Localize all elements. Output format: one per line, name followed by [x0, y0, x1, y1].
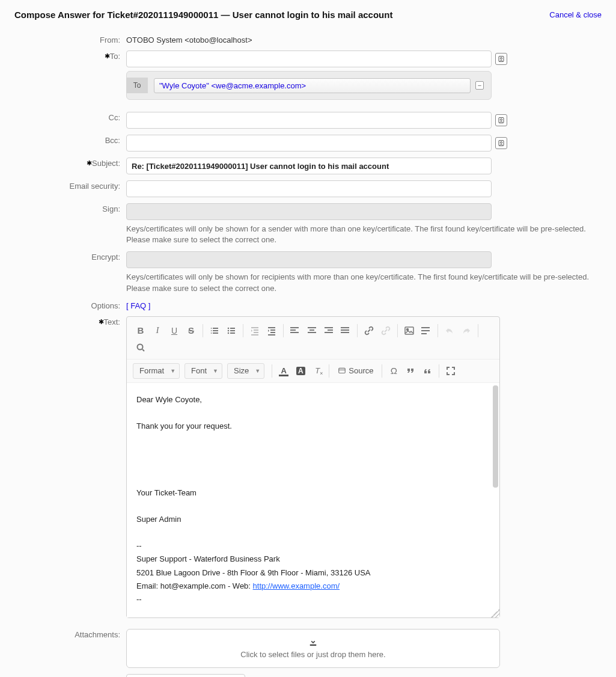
image-icon[interactable]	[401, 323, 417, 338]
svg-rect-28	[421, 333, 427, 334]
ol-icon[interactable]	[207, 323, 222, 338]
align-center-icon[interactable]	[304, 323, 320, 338]
page-title: Compose Answer for Ticket#20201119490000…	[14, 10, 392, 20]
svg-rect-16	[310, 329, 314, 331]
faq-link[interactable]: [ FAQ ]	[126, 301, 150, 310]
encrypt-input	[126, 251, 492, 268]
subject-label: ✱Subject:	[12, 155, 126, 168]
format-combo[interactable]: Format▼	[133, 363, 180, 379]
to-chip-remove-icon[interactable]: −	[475, 81, 484, 90]
attachment-hint: Click to select files or just drop them …	[133, 650, 493, 659]
editor-body[interactable]: Dear Wyle Coyote, Thank you for your req…	[127, 382, 499, 617]
nextstate-label: Next ticket state:	[12, 672, 126, 677]
body-sig2: 5201 Blue Lagoon Drive - 8th Floor & 9th…	[136, 567, 490, 579]
from-label: From:	[12, 32, 126, 44]
quote-right-icon[interactable]	[419, 363, 435, 379]
bcc-label: Bcc:	[12, 132, 126, 145]
options-label: Options:	[12, 298, 126, 310]
source-button[interactable]: Source	[333, 363, 378, 379]
body-team: Your Ticket-Team	[136, 487, 490, 499]
cc-input[interactable]	[126, 112, 492, 129]
bcc-input[interactable]	[126, 135, 492, 152]
svg-rect-18	[325, 327, 333, 328]
cc-label: Cc:	[12, 109, 126, 122]
svg-rect-22	[341, 329, 349, 331]
attachment-dropzone[interactable]: Click to select files or just drop them …	[126, 629, 500, 668]
sign-label: Sign:	[12, 201, 126, 213]
svg-rect-27	[421, 330, 430, 331]
omega-icon[interactable]: Ω	[386, 363, 401, 379]
svg-rect-21	[341, 327, 349, 328]
svg-rect-30	[339, 368, 346, 373]
svg-rect-11	[230, 332, 235, 334]
sign-input	[126, 203, 492, 220]
to-label: ✱To:	[12, 48, 126, 61]
find-icon[interactable]	[133, 340, 148, 355]
hr-icon[interactable]	[418, 323, 434, 338]
align-right-icon[interactable]	[321, 323, 337, 338]
undo-icon[interactable]	[442, 323, 457, 338]
to-addressbook-icon[interactable]	[495, 53, 507, 65]
svg-point-6	[228, 327, 230, 329]
svg-point-10	[228, 332, 230, 334]
textcolor-icon[interactable]: A	[276, 363, 291, 379]
indent-icon[interactable]	[264, 323, 279, 338]
svg-rect-7	[230, 328, 235, 329]
svg-point-29	[138, 344, 143, 349]
resize-handle[interactable]	[491, 609, 499, 617]
svg-rect-26	[421, 327, 430, 328]
bold-icon[interactable]: B	[133, 323, 148, 338]
cc-addressbook-icon[interactable]	[495, 114, 507, 126]
svg-rect-14	[290, 332, 299, 333]
sign-hint: Keys/certificates will only be shown for…	[126, 224, 604, 245]
svg-rect-20	[325, 332, 333, 333]
underline-icon[interactable]: U	[166, 323, 182, 338]
signature-link[interactable]: http://www.example.com/	[253, 581, 340, 590]
svg-rect-9	[230, 330, 235, 331]
body-greeting: Dear Wyle Coyote,	[136, 394, 490, 406]
svg-rect-23	[341, 332, 349, 333]
unlink-icon[interactable]	[378, 323, 394, 338]
align-justify-icon[interactable]	[338, 323, 353, 338]
subject-input[interactable]	[126, 158, 492, 174]
link-icon[interactable]	[361, 323, 377, 338]
outdent-icon[interactable]	[247, 323, 263, 338]
redo-icon[interactable]	[459, 323, 474, 338]
encrypt-label: Encrypt:	[12, 249, 126, 262]
svg-point-3	[501, 119, 502, 121]
body-sig1: Super Support - Waterford Business Park	[136, 553, 490, 565]
quote-left-icon[interactable]	[403, 363, 418, 379]
from-value: OTOBO System <otobo@localhost>	[126, 32, 604, 44]
svg-rect-17	[308, 332, 316, 333]
svg-rect-19	[328, 329, 333, 331]
size-combo[interactable]: Size▼	[227, 363, 264, 379]
bcc-addressbook-icon[interactable]	[495, 137, 507, 149]
align-left-icon[interactable]	[287, 323, 303, 338]
maximize-icon[interactable]	[443, 363, 459, 379]
font-combo[interactable]: Font▼	[184, 363, 222, 379]
svg-point-8	[228, 329, 230, 331]
to-input[interactable]	[126, 51, 492, 67]
to-chip[interactable]: "Wyle Coyote" <we@acme.example.com>	[154, 78, 471, 93]
bgcolor-icon[interactable]: A	[293, 363, 308, 379]
text-label: ✱Text:	[12, 314, 126, 326]
strike-icon[interactable]: S	[183, 323, 199, 338]
download-icon	[307, 637, 319, 648]
body-sigsep: --	[136, 540, 490, 552]
emailsecurity-input[interactable]	[126, 180, 492, 197]
body-line1: Thank you for your request.	[136, 420, 490, 432]
svg-rect-15	[308, 327, 316, 328]
encrypt-hint: Keys/certificates will only be shown for…	[126, 272, 604, 293]
ul-icon[interactable]	[224, 323, 239, 338]
scrollbar[interactable]	[493, 385, 498, 488]
to-tab-label: To	[126, 78, 148, 93]
svg-rect-24	[405, 327, 413, 334]
rich-text-editor: B I U S	[126, 316, 500, 618]
emailsecurity-label: Email security:	[12, 178, 126, 191]
removeformat-icon[interactable]: T×	[310, 363, 325, 379]
svg-rect-13	[290, 329, 296, 331]
italic-icon[interactable]: I	[150, 323, 165, 338]
svg-point-1	[501, 58, 502, 60]
cancel-close-link[interactable]: Cancel & close	[549, 10, 602, 19]
to-recipient-panel: To "Wyle Coyote" <we@acme.example.com> −	[126, 71, 492, 100]
